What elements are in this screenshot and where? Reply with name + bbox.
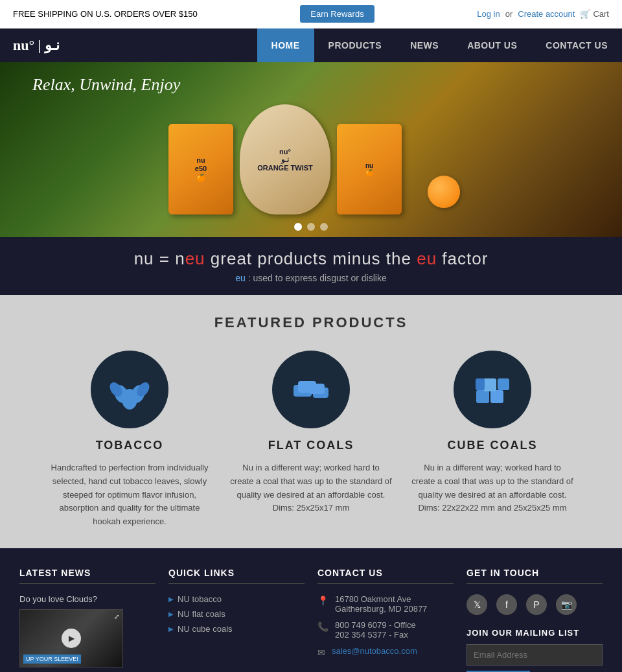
news-video-thumbnail[interactable]: UP YOUR SLEEVE! ▶ ⤢ [19, 609, 123, 667]
featured-title: FEATURED PRODUCTS [13, 314, 609, 331]
quick-link-cube-coals[interactable]: ▶ NU cube coals [168, 624, 305, 634]
nav-links: HOME PRODUCTS NEWS ABOUT US CONTACT US [257, 29, 622, 62]
formula-middle: great products minus the [205, 249, 417, 268]
cube-coals-icon-circle [454, 351, 531, 428]
footer-address: 16780 Oakmont Ave Gaithersburg, MD 20877 [335, 594, 427, 614]
tobacco-name: TOBACCO [49, 439, 211, 452]
arrow-icon-3: ▶ [168, 625, 174, 632]
phone-icon: 📞 [317, 621, 328, 632]
tobacco-desc: Handcrafted to perfection from individua… [49, 461, 211, 529]
cart-icon: 🛒 [580, 9, 590, 19]
contact-title: CONTACT US [317, 568, 454, 584]
nav-contact[interactable]: CONTACT US [531, 29, 622, 62]
quick-link-tobacco-label: NU tobacco [178, 594, 222, 604]
address-line2: Gaithersburg, MD 20877 [335, 604, 427, 614]
fax-number: 202 354 5377 - Fax [335, 630, 416, 640]
footer-address-row: 📍 16780 Oakmont Ave Gaithersburg, MD 208… [317, 594, 454, 614]
news-item-title: Do you love Clouds? [19, 594, 156, 604]
flat-coals-icon [288, 367, 334, 412]
formula-end: factor [437, 249, 488, 268]
news-video-inner: UP YOUR SLEEVE! ▶ ⤢ [20, 610, 122, 667]
cart-area[interactable]: 🛒 Cart [580, 9, 609, 19]
formula-eu2-highlight: eu [417, 249, 437, 268]
formula-eu-def: eu [235, 273, 246, 283]
nav-products[interactable]: PRODUCTS [314, 29, 397, 62]
facebook-icon[interactable]: f [496, 594, 517, 615]
flat-coals-icon-circle [272, 351, 350, 428]
email-icon: ✉ [317, 647, 325, 658]
flat-coals-desc: Nu in a different way; worked hard to cr… [230, 461, 392, 515]
products-grid: TOBACCO Handcrafted to perfection from i… [13, 351, 609, 529]
svg-rect-13 [476, 378, 485, 390]
svg-rect-10 [490, 390, 503, 403]
latest-news-title: LATEST NEWS [19, 568, 156, 584]
hero-banner: Relax, Unwind, Enjoy nue50🍊 nu°نـوORANGE… [0, 62, 622, 237]
footer-top: LATEST NEWS Do you love Clouds? UP YOUR … [0, 548, 622, 672]
quick-link-cube-coals-label: NU cube coals [178, 624, 233, 634]
formula-def-text: : used to express disgust or dislike [246, 273, 387, 283]
footer-phone: 800 749 6079 - Office 202 354 5377 - Fax [335, 620, 416, 640]
formula-section: nu = neu great products minus the eu fac… [0, 237, 622, 295]
product-tobacco: TOBACCO Handcrafted to perfection from i… [49, 351, 211, 529]
hero-product-small-1: nue50🍊 [168, 124, 233, 214]
quick-link-tobacco[interactable]: ▶ NU tobacco [168, 594, 305, 604]
footer-latest-news: LATEST NEWS Do you love Clouds? UP YOUR … [19, 568, 156, 672]
quick-link-flat-coals-label: NU flat coals [178, 609, 225, 619]
video-label: UP YOUR SLEEVE! [23, 655, 81, 664]
hero-tagline: Relax, Unwind, Enjoy [32, 75, 180, 95]
formula-eu-highlight: eu [185, 249, 205, 268]
svg-rect-8 [309, 384, 325, 394]
shipping-text: FREE SHIPPING ON U.S. ORDERS OVER $150 [13, 9, 198, 19]
footer-phone-row: 📞 800 749 6079 - Office 202 354 5377 - F… [317, 620, 454, 640]
social-icons-row: 𝕏 f P 📷 [466, 594, 603, 615]
footer-quick-links: QUICK LINKS ▶ NU tobacco ▶ NU flat coals… [168, 568, 305, 672]
address-line1: 16780 Oakmont Ave [335, 594, 427, 604]
cube-coals-desc: Nu in a different way; worked hard to cr… [411, 461, 573, 515]
top-bar-right: Log in or Create account 🛒 Cart [477, 9, 609, 19]
hero-dot-3[interactable] [320, 223, 328, 231]
cart-label: Cart [593, 9, 609, 19]
play-button[interactable]: ▶ [62, 629, 81, 648]
logo-text: nu° | نـو [13, 37, 60, 53]
email-input[interactable] [466, 644, 603, 666]
earn-rewards-button[interactable]: Earn Rewards [300, 5, 374, 23]
nav-news[interactable]: NEWS [396, 29, 453, 62]
hero-product-large: nu°نـوORANGE TWIST [240, 104, 330, 214]
product-flat-coals: FLAT COALS Nu in a different way; worked… [230, 351, 392, 529]
formula-prefix: nu = n [134, 249, 185, 268]
pinterest-icon[interactable]: P [526, 594, 547, 615]
create-account-link[interactable]: Create account [518, 9, 575, 19]
hero-dot-1[interactable] [294, 223, 302, 231]
footer-email-link[interactable]: sales@nutobacco.com [332, 646, 417, 656]
svg-rect-9 [476, 390, 489, 403]
login-link[interactable]: Log in [477, 9, 500, 19]
nav-about[interactable]: ABOUT US [453, 29, 531, 62]
navbar: nu° | نـو HOME PRODUCTS NEWS ABOUT US CO… [0, 29, 622, 62]
quick-link-flat-coals[interactable]: ▶ NU flat coals [168, 609, 305, 619]
cube-coals-icon [470, 367, 515, 412]
featured-section: FEATURED PRODUCTS TOBACCO Handcrafted to… [0, 295, 622, 548]
quick-links-title: QUICK LINKS [168, 568, 305, 584]
footer-contact: CONTACT US 📍 16780 Oakmont Ave Gaithersb… [317, 568, 454, 672]
mailing-list-title: JOIN OUR MAILING LIST [466, 628, 603, 638]
formula-line1: nu = neu great products minus the eu fac… [12, 249, 610, 269]
nav-home[interactable]: HOME [257, 29, 314, 62]
cube-coals-name: CUBE COALS [411, 439, 573, 452]
formula-line2: eu : used to express disgust or dislike [12, 273, 610, 283]
twitter-icon[interactable]: 𝕏 [466, 594, 487, 615]
location-icon: 📍 [317, 596, 328, 606]
arrow-icon-1: ▶ [168, 596, 174, 603]
footer-get-in-touch: GET IN TOUCH 𝕏 f P 📷 JOIN OUR MAILING LI… [466, 568, 603, 672]
footer-email-row: ✉ sales@nutobacco.com [317, 646, 454, 658]
phone-number: 800 749 6079 - Office [335, 620, 416, 630]
hero-product-small-2: nu🍊 [337, 124, 402, 214]
or-text: or [505, 9, 513, 19]
top-bar: FREE SHIPPING ON U.S. ORDERS OVER $150 E… [0, 0, 622, 29]
logo-area[interactable]: nu° | نـو [0, 30, 73, 60]
svg-rect-11 [483, 378, 496, 391]
instagram-icon[interactable]: 📷 [556, 594, 577, 615]
expand-icon: ⤢ [114, 613, 119, 620]
hero-dot-2[interactable] [307, 223, 315, 231]
tobacco-icon [107, 367, 152, 412]
product-cube-coals: CUBE COALS Nu in a different way; worked… [411, 351, 573, 529]
